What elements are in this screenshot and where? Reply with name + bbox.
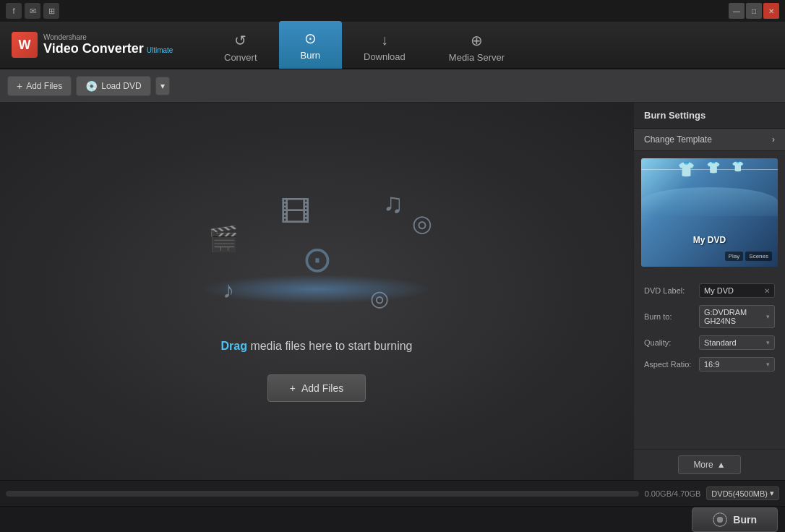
film-reel-icon: 🎞 bbox=[280, 195, 311, 230]
dvd-preview: 👕 👕 👕 My DVD Play Scenes bbox=[641, 158, 778, 267]
load-dvd-button[interactable]: 💿 Load DVD bbox=[76, 76, 150, 96]
settings-fields: DVD Label: My DVD ✕ Burn to: G:DVDRAM GH… bbox=[634, 274, 785, 449]
aspect-ratio-label: Aspect Ratio: bbox=[644, 360, 695, 369]
dvd-preview-btns: Play Scenes bbox=[725, 252, 772, 261]
maximize-button[interactable]: □ bbox=[746, 3, 762, 19]
drag-text: Drag media files here to start burning bbox=[220, 340, 412, 353]
logo-icon: W bbox=[12, 32, 38, 58]
add-files-drop-button[interactable]: + Add Files bbox=[267, 374, 366, 402]
dvd-label-field: DVD Label: My DVD ✕ bbox=[640, 280, 779, 301]
media-icons-area: 🎞 ♫ 🎬 ⊙ ◎ ♪ ◎ bbox=[186, 181, 447, 325]
disc-type-arrow: ▾ bbox=[770, 489, 774, 498]
logo-edition: Ultimate bbox=[147, 46, 173, 54]
burn-settings-header: Burn Settings bbox=[634, 103, 785, 129]
glow-effect bbox=[201, 275, 432, 304]
size-label: 0.00GB/4.70GB bbox=[645, 489, 701, 498]
logo-title: Video Converter bbox=[43, 41, 144, 56]
burn-to-label: Burn to: bbox=[644, 312, 695, 321]
navbar: W Wondershare Video Converter Ultimate ↺… bbox=[0, 22, 785, 69]
quality-field: Quality: Standard ▾ bbox=[640, 332, 779, 353]
convert-icon: ↺ bbox=[234, 32, 246, 49]
chevron-right-icon: › bbox=[772, 134, 775, 145]
burn-label: Burn bbox=[733, 514, 757, 525]
drag-rest: media files here to start burning bbox=[247, 340, 413, 352]
nav-tabs: ↺ Convert ⊙ Burn ↓ Download ⊕ Media Serv… bbox=[202, 21, 526, 69]
mediaserver-icon: ⊕ bbox=[471, 32, 483, 49]
change-template-button[interactable]: Change Template › bbox=[634, 129, 785, 151]
burn-disc-icon bbox=[713, 512, 727, 527]
more-area: More ▲ bbox=[634, 449, 785, 480]
logo-brand: Wondershare bbox=[43, 33, 173, 41]
load-dvd-label: Load DVD bbox=[101, 81, 141, 91]
load-dvd-icon: 💿 bbox=[85, 80, 98, 92]
quality-select[interactable]: Standard ▾ bbox=[699, 335, 775, 350]
tab-burn-label: Burn bbox=[301, 50, 320, 61]
add-files-label: Add Files bbox=[26, 81, 62, 91]
toolbar: + Add Files 💿 Load DVD ▾ bbox=[0, 69, 785, 103]
change-template-label: Change Template bbox=[644, 134, 712, 145]
burn-to-arrow: ▾ bbox=[766, 313, 770, 320]
aspect-ratio-select[interactable]: 16:9 ▾ bbox=[699, 357, 775, 372]
progress-track bbox=[6, 491, 639, 497]
aspect-ratio-value: 16:9 bbox=[704, 360, 719, 369]
social-buttons: f ✉ ⊞ bbox=[6, 3, 59, 19]
shirt-icon2: 👕 bbox=[706, 160, 721, 174]
close-button[interactable]: ✕ bbox=[763, 3, 779, 19]
facebook-icon[interactable]: f bbox=[6, 3, 22, 19]
dvd-label-clear[interactable]: ✕ bbox=[764, 287, 770, 295]
window-controls: — □ ✕ bbox=[729, 3, 779, 19]
logo-area: W Wondershare Video Converter Ultimate bbox=[0, 32, 202, 58]
minimize-button[interactable]: — bbox=[729, 3, 745, 19]
main-content: 🎞 ♫ 🎬 ⊙ ◎ ♪ ◎ Drag media files here to s… bbox=[0, 103, 785, 480]
dvd-label-value: My DVD bbox=[704, 286, 734, 295]
burn-tab-icon: ⊙ bbox=[304, 30, 317, 47]
disc-type-select[interactable]: DVD5(4500MB) ▾ bbox=[706, 486, 779, 500]
burn-to-select[interactable]: G:DVDRAM GH24NS ▾ bbox=[699, 305, 775, 328]
logo-text: Wondershare Video Converter Ultimate bbox=[43, 33, 173, 56]
add-files-button[interactable]: + Add Files bbox=[7, 76, 72, 96]
tab-download-label: Download bbox=[364, 51, 406, 62]
more-arrow-icon: ▲ bbox=[717, 460, 726, 470]
quality-arrow: ▾ bbox=[766, 339, 770, 346]
aspect-ratio-arrow: ▾ bbox=[766, 361, 770, 368]
shirt-icon3: 👕 bbox=[732, 160, 744, 172]
disc-type-label: DVD5(4500MB) bbox=[711, 489, 768, 498]
statusbar: 0.00GB/4.70GB DVD5(4500MB) ▾ bbox=[0, 480, 785, 506]
burn-button[interactable]: Burn bbox=[692, 507, 778, 532]
burn-settings-panel: Burn Settings Change Template › 👕 👕 👕 My… bbox=[633, 103, 785, 480]
music-note-icon: ♫ bbox=[383, 188, 404, 219]
chat-icon[interactable]: ✉ bbox=[25, 3, 40, 19]
shirt-icon1: 👕 bbox=[677, 160, 695, 178]
quality-label: Quality: bbox=[644, 338, 695, 347]
download-icon: ↓ bbox=[381, 32, 388, 48]
dvd-preview-title: My DVD bbox=[693, 235, 726, 245]
more-label: More bbox=[693, 460, 713, 470]
dvd-label-input[interactable]: My DVD ✕ bbox=[699, 283, 775, 298]
burn-to-value: G:DVDRAM GH24NS bbox=[704, 308, 766, 325]
tab-download[interactable]: ↓ Download bbox=[342, 25, 427, 69]
tab-mediaserver[interactable]: ⊕ Media Server bbox=[427, 25, 526, 69]
add-files-icon: + bbox=[17, 80, 22, 92]
quality-value: Standard bbox=[704, 338, 737, 347]
grid-icon[interactable]: ⊞ bbox=[43, 3, 59, 19]
bottombar: Burn bbox=[0, 506, 785, 532]
aspect-ratio-field: Aspect Ratio: 16:9 ▾ bbox=[640, 353, 779, 375]
disc2-icon: ◎ bbox=[412, 210, 432, 237]
add-files-drop-label: Add Files bbox=[301, 382, 343, 394]
cloud-hint bbox=[641, 187, 778, 216]
tab-convert-label: Convert bbox=[224, 52, 257, 63]
dvd-play-btn[interactable]: Play bbox=[725, 252, 744, 261]
load-dvd-dropdown[interactable]: ▾ bbox=[155, 77, 170, 95]
drag-bold: Drag bbox=[220, 340, 246, 352]
dvd-scenes-btn[interactable]: Scenes bbox=[745, 252, 772, 261]
titlebar: f ✉ ⊞ — □ ✕ bbox=[0, 0, 785, 22]
more-button[interactable]: More ▲ bbox=[678, 455, 740, 474]
burn-to-field: Burn to: G:DVDRAM GH24NS ▾ bbox=[640, 301, 779, 332]
tab-mediaserver-label: Media Server bbox=[449, 52, 505, 63]
drop-area[interactable]: 🎞 ♫ 🎬 ⊙ ◎ ♪ ◎ Drag media files here to s… bbox=[0, 103, 633, 480]
add-plus-icon: + bbox=[290, 382, 296, 394]
film-reel2-icon: 🎬 bbox=[208, 224, 239, 253]
dvd-label-text: DVD Label: bbox=[644, 286, 695, 295]
tab-burn[interactable]: ⊙ Burn bbox=[279, 21, 342, 69]
tab-convert[interactable]: ↺ Convert bbox=[202, 25, 279, 69]
